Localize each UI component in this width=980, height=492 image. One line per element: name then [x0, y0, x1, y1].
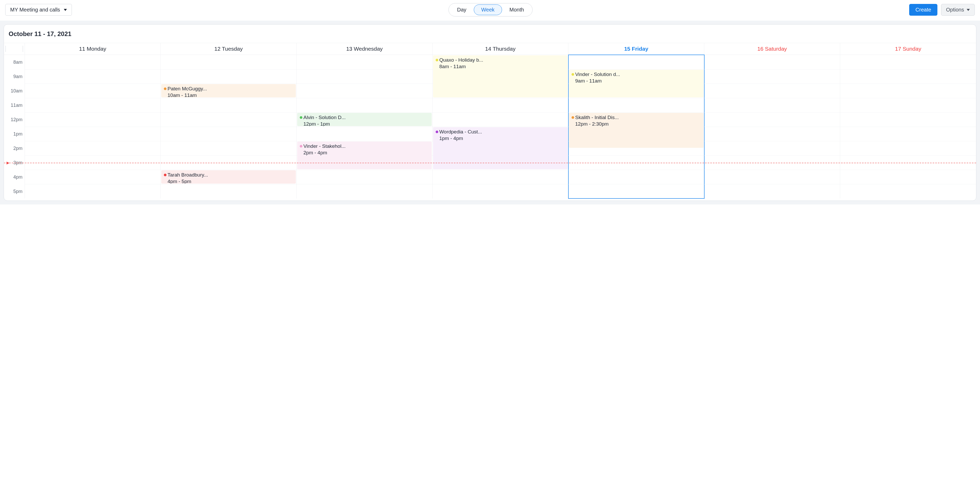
- day-header[interactable]: 15 Friday: [568, 43, 704, 55]
- event-color-dot: [571, 73, 574, 76]
- day-header[interactable]: 17 Sunday: [840, 43, 976, 55]
- day-header[interactable]: 11 Monday: [25, 43, 161, 55]
- calendar-event[interactable]: Tarah Broadbury...4pm - 5pm: [161, 170, 296, 184]
- calendar-panel: October 11 - 17, 2021 11 Monday12 Tuesda…: [4, 24, 976, 201]
- calendar-event[interactable]: Paten McGuggy...10am - 11am: [161, 84, 296, 97]
- calendar-event[interactable]: Alvin - Solution D...12pm - 1pm: [297, 113, 432, 126]
- view-week-button[interactable]: Week: [474, 5, 502, 15]
- event-title: Tarah Broadbury...: [163, 172, 294, 178]
- hour-label: 12pm: [11, 117, 22, 122]
- day-column[interactable]: [704, 55, 840, 198]
- event-time: 8am - 11am: [435, 63, 566, 70]
- chevron-down-icon: [967, 9, 970, 11]
- filter-dropdown-label: MY Meeting and calls: [10, 7, 60, 13]
- day-column[interactable]: Alvin - Solution D...12pm - 1pmVinder - …: [297, 55, 433, 198]
- calendar-event[interactable]: Skalith - Initial Dis...12pm - 2:30pm: [569, 113, 703, 148]
- options-dropdown-label: Options: [946, 7, 964, 13]
- day-header[interactable]: 16 Saturday: [704, 43, 840, 55]
- event-color-dot: [300, 116, 302, 119]
- create-button[interactable]: Create: [909, 4, 937, 16]
- calendar-grid[interactable]: 8am9am10am11am12pm1pm2pm3pm4pm5pm ▶ Pate…: [4, 55, 976, 198]
- event-color-dot: [300, 145, 302, 148]
- event-title: Alvin - Solution D...: [299, 114, 430, 121]
- day-column[interactable]: [840, 55, 976, 198]
- event-time: 9am - 11am: [571, 78, 702, 84]
- event-title: Skalith - Initial Dis...: [571, 114, 702, 121]
- calendar-header-row: 11 Monday12 Tuesday13 Wednesday14 Thursd…: [4, 43, 976, 55]
- event-time: 12pm - 1pm: [299, 121, 430, 126]
- right-actions: Create Options: [909, 4, 975, 16]
- event-time: 12pm - 2:30pm: [571, 121, 702, 127]
- event-time: 4pm - 5pm: [163, 178, 294, 184]
- day-column[interactable]: Quaxo - Holiday b...8am - 11amWordpedia …: [433, 55, 568, 198]
- hour-label: 11am: [11, 102, 22, 108]
- event-time: 1pm - 4pm: [435, 135, 566, 142]
- hour-label: 8am: [13, 59, 22, 65]
- day-column[interactable]: Vinder - Solution d...9am - 11amSkalith …: [568, 55, 704, 198]
- hour-label: 9am: [13, 74, 22, 79]
- view-toggle: Day Week Month: [449, 3, 533, 16]
- event-color-dot: [164, 87, 167, 90]
- date-range-title: October 11 - 17, 2021: [4, 25, 976, 43]
- time-axis: 8am9am10am11am12pm1pm2pm3pm4pm5pm: [4, 55, 25, 198]
- event-color-dot: [164, 174, 167, 176]
- view-month-button[interactable]: Month: [502, 5, 531, 15]
- hour-label: 2pm: [13, 146, 22, 151]
- filter-dropdown[interactable]: MY Meeting and calls: [5, 4, 72, 16]
- event-title: Vinder - Stakehol...: [299, 143, 430, 150]
- view-day-button[interactable]: Day: [450, 5, 474, 15]
- calendar-event[interactable]: Vinder - Stakehol...2pm - 4pm: [297, 141, 432, 169]
- day-column[interactable]: [25, 55, 161, 198]
- event-time: 10am - 11am: [163, 92, 294, 97]
- event-title: Paten McGuggy...: [163, 86, 294, 92]
- day-header[interactable]: 12 Tuesday: [161, 43, 297, 55]
- chevron-down-icon: [64, 9, 67, 11]
- hour-label: 4pm: [13, 174, 22, 180]
- day-header[interactable]: 13 Wednesday: [297, 43, 433, 55]
- event-time: 2pm - 4pm: [299, 150, 430, 156]
- page-body: October 11 - 17, 2021 11 Monday12 Tuesda…: [0, 21, 980, 205]
- event-title: Vinder - Solution d...: [571, 71, 702, 78]
- event-title: Quaxo - Holiday b...: [435, 57, 566, 63]
- now-indicator-marker: ▶: [6, 160, 10, 165]
- options-dropdown[interactable]: Options: [941, 4, 975, 16]
- event-color-dot: [436, 130, 438, 133]
- hour-label: 5pm: [13, 189, 22, 194]
- toolbar: MY Meeting and calls Day Week Month Crea…: [0, 0, 980, 21]
- day-column[interactable]: Paten McGuggy...10am - 11amTarah Broadbu…: [161, 55, 297, 198]
- event-color-dot: [571, 116, 574, 119]
- day-header[interactable]: 14 Thursday: [433, 43, 568, 55]
- axis-header: [4, 43, 25, 55]
- hour-label: 1pm: [13, 131, 22, 136]
- calendar-event[interactable]: Quaxo - Holiday b...8am - 11am: [433, 56, 568, 97]
- now-indicator-line: [4, 163, 976, 163]
- event-title: Wordpedia - Cust...: [435, 129, 566, 135]
- event-color-dot: [436, 59, 438, 61]
- hour-label: 10am: [11, 88, 22, 94]
- calendar-event[interactable]: Vinder - Solution d...9am - 11am: [569, 70, 703, 97]
